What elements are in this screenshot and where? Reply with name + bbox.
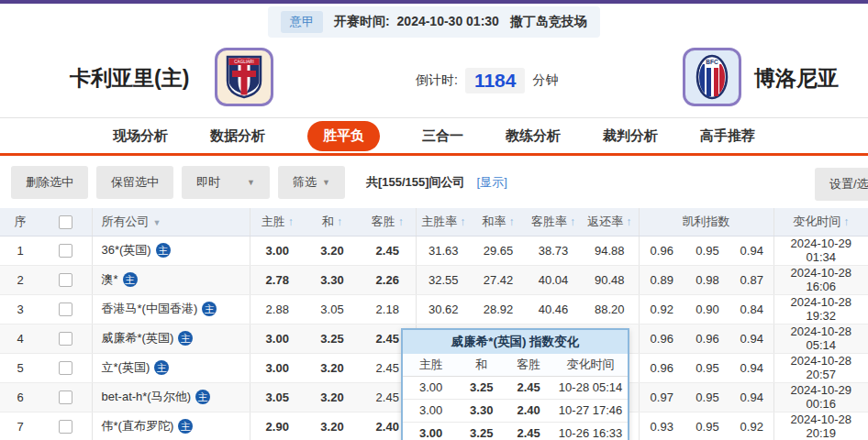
toolbar: 删除选中 保留选中 即时▼ 筛选▼ 共[155/155]间公司 [显示] 设置/… bbox=[0, 156, 868, 208]
col-header-home-rate[interactable]: 主胜率↑ bbox=[416, 208, 471, 236]
sort-up-icon: ↑ bbox=[570, 215, 575, 228]
home-badge-icon: 主 bbox=[202, 302, 217, 316]
analysis-nav: 现场分析数据分析胜平负三合一教练分析裁判分析高手推荐 bbox=[0, 117, 868, 156]
change-time: 2024-10-28 16:06 bbox=[773, 265, 868, 294]
col-header-draw-odds[interactable]: 和↑ bbox=[305, 208, 360, 236]
sort-down-icon: ▼ bbox=[153, 218, 161, 227]
home-rate: 31.63 bbox=[416, 236, 471, 265]
draw-rate: 27.42 bbox=[471, 265, 526, 294]
row-checkbox[interactable] bbox=[59, 332, 72, 346]
row-checkbox-cell bbox=[40, 236, 92, 265]
kelly-home: 0.96 bbox=[639, 324, 684, 353]
sort-up-icon: ↑ bbox=[509, 215, 515, 228]
keep-selected-button[interactable]: 保留选中 bbox=[96, 166, 173, 199]
row-checkbox[interactable] bbox=[59, 420, 72, 434]
change-time: 2024-10-29 01:34 bbox=[773, 236, 868, 265]
kelly-away: 0.87 bbox=[730, 265, 773, 294]
sort-up-icon: ↑ bbox=[398, 215, 404, 228]
venue: 撒丁岛竞技场 bbox=[510, 14, 587, 30]
col-header-away-odds[interactable]: 客胜↑ bbox=[360, 208, 416, 236]
nav-tab-0[interactable]: 现场分析 bbox=[113, 127, 168, 145]
draw-odds: 3.25 bbox=[305, 324, 360, 353]
sort-up-icon: ↑ bbox=[843, 215, 849, 228]
row-checkbox[interactable] bbox=[59, 244, 72, 258]
away-odds: 2.45 bbox=[360, 236, 416, 265]
kelly-draw: 0.95 bbox=[684, 236, 730, 265]
nav-tab-5[interactable]: 裁判分析 bbox=[603, 127, 658, 145]
kelly-away: 0.94 bbox=[730, 353, 773, 382]
nav-tab-6[interactable]: 高手推荐 bbox=[700, 127, 755, 145]
delete-selected-button[interactable]: 删除选中 bbox=[11, 166, 88, 199]
draw-odds: 3.20 bbox=[305, 353, 360, 382]
row-checkbox[interactable] bbox=[59, 390, 72, 404]
row-checkbox[interactable] bbox=[59, 273, 72, 287]
popup-table-body: 3.003.252.4510-28 05:143.003.302.4010-27… bbox=[403, 376, 628, 440]
instant-odds-dropdown[interactable]: 即时▼ bbox=[182, 166, 270, 199]
home-odds: 2.78 bbox=[250, 265, 305, 294]
kelly-away: 0.84 bbox=[730, 294, 773, 324]
odds-comparison-page: 意甲 开赛时间: 2024-10-30 01:30 撒丁岛竞技场 卡利亚里(主)… bbox=[0, 0, 868, 440]
row-checkbox-cell bbox=[40, 265, 92, 294]
company-name[interactable]: 36*(英国) bbox=[102, 243, 151, 257]
nav-tab-3[interactable]: 三合一 bbox=[422, 127, 463, 145]
change-time: 2024-10-29 00:16 bbox=[773, 382, 868, 412]
table-row: 2澳*主2.783.302.2632.5527.4240.0490.480.89… bbox=[0, 265, 868, 294]
select-all-checkbox[interactable] bbox=[59, 215, 72, 229]
league-badge[interactable]: 意甲 bbox=[281, 11, 323, 33]
kickoff-time: 开赛时间: 2024-10-30 01:30 bbox=[334, 14, 499, 30]
kelly-draw: 0.95 bbox=[684, 353, 730, 382]
row-seq: 3 bbox=[0, 294, 40, 324]
col-header-company[interactable]: 所有公司▼ bbox=[92, 208, 250, 236]
nav-tab-1[interactable]: 数据分析 bbox=[210, 127, 265, 145]
popup-draw-odds: 3.25 bbox=[459, 376, 504, 399]
cagliari-crest-icon: CAGLIARI bbox=[225, 54, 263, 100]
popup-draw-odds: 3.30 bbox=[459, 399, 504, 422]
home-odds: 3.05 bbox=[250, 382, 305, 412]
away-rate: 40.46 bbox=[526, 294, 581, 324]
kelly-draw: 0.90 bbox=[684, 294, 730, 324]
company-name[interactable]: 威廉希*(英国) bbox=[102, 331, 174, 345]
table-row: 3香港马*(中国香港)主2.883.052.1830.6228.9240.468… bbox=[0, 294, 868, 324]
col-header-home-odds[interactable]: 主胜↑ bbox=[250, 208, 305, 236]
home-badge-icon: 主 bbox=[178, 331, 193, 346]
popup-home-odds: 3.00 bbox=[403, 422, 459, 440]
company-name[interactable]: 伟*(直布罗陀) bbox=[102, 419, 174, 433]
show-link[interactable]: [显示] bbox=[477, 174, 507, 191]
company-cell: 立*(英国)主 bbox=[92, 353, 250, 382]
kelly-home: 0.89 bbox=[639, 265, 684, 294]
kelly-away: 0.92 bbox=[730, 412, 773, 440]
nav-tab-4[interactable]: 教练分析 bbox=[506, 127, 561, 145]
row-checkbox[interactable] bbox=[59, 302, 72, 316]
svg-text:BFC: BFC bbox=[706, 59, 718, 65]
company-name[interactable]: 香港马*(中国香港) bbox=[102, 302, 198, 315]
row-seq: 4 bbox=[0, 324, 40, 353]
settings-select-button[interactable]: 设置/选择 bbox=[815, 168, 868, 201]
col-header-seq: 序 bbox=[0, 208, 40, 236]
popup-row: 3.003.252.4510-28 05:14 bbox=[403, 376, 628, 399]
change-time: 2024-10-28 20:19 bbox=[773, 412, 868, 440]
popup-change-time: 10-26 16:33 bbox=[553, 422, 628, 440]
col-header-return-rate[interactable]: 返还率↑ bbox=[581, 208, 639, 236]
row-seq: 5 bbox=[0, 353, 40, 382]
home-team-logo: CAGLIARI bbox=[215, 48, 273, 106]
home-odds: 3.00 bbox=[250, 353, 305, 382]
home-badge-icon: 主 bbox=[154, 360, 169, 375]
col-header-draw-rate[interactable]: 和率↑ bbox=[471, 208, 526, 236]
col-header-away-rate[interactable]: 客胜率↑ bbox=[526, 208, 581, 236]
countdown: 倒计时: 1184 分钟 bbox=[416, 68, 558, 94]
company-name[interactable]: bet-at-h*(马尔他) bbox=[102, 390, 192, 403]
row-checkbox-cell bbox=[40, 382, 92, 412]
company-name[interactable]: 澳* bbox=[102, 272, 118, 286]
kelly-home: 0.97 bbox=[639, 382, 684, 412]
col-header-change-time[interactable]: 变化时间↑ bbox=[773, 208, 868, 236]
nav-tab-2[interactable]: 胜平负 bbox=[307, 121, 380, 151]
filter-dropdown[interactable]: 筛选▼ bbox=[278, 166, 345, 199]
company-name[interactable]: 立*(英国) bbox=[102, 360, 150, 374]
row-seq: 7 bbox=[0, 412, 40, 440]
home-badge-icon: 主 bbox=[156, 243, 171, 258]
away-rate: 38.73 bbox=[526, 236, 581, 265]
popup-col-away: 客胜 bbox=[504, 354, 553, 376]
row-checkbox[interactable] bbox=[59, 361, 72, 375]
chevron-down-icon: ▼ bbox=[322, 178, 330, 187]
home-rate: 30.62 bbox=[416, 294, 471, 324]
